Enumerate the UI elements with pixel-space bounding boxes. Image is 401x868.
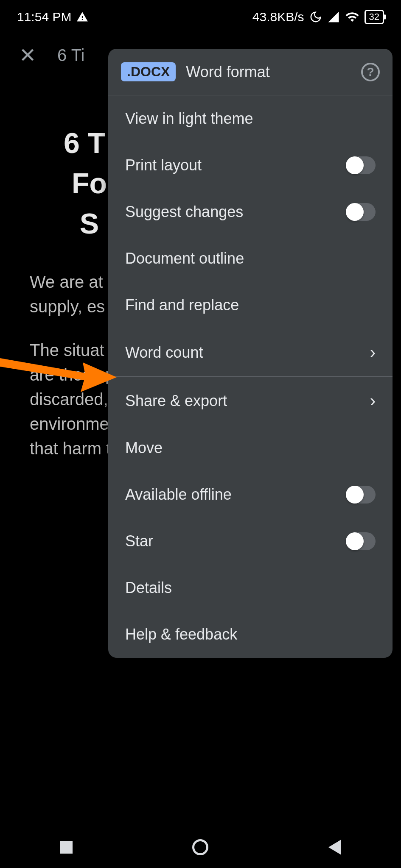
- wifi-icon: [345, 10, 359, 24]
- menu-item-star[interactable]: Star: [108, 518, 393, 565]
- menu-item-move[interactable]: Move: [108, 425, 393, 471]
- nav-back-icon[interactable]: [328, 840, 341, 855]
- offline-toggle[interactable]: [346, 486, 376, 504]
- close-icon[interactable]: ✕: [19, 43, 36, 67]
- menu-item-available-offline[interactable]: Available offline: [108, 471, 393, 518]
- menu-item-view-light[interactable]: View in light theme: [108, 95, 393, 142]
- menu-label: Move: [125, 439, 163, 457]
- clock: 11:54 PM: [17, 10, 71, 24]
- menu-item-suggest-changes[interactable]: Suggest changes: [108, 189, 393, 235]
- nav-recents-icon[interactable]: [60, 841, 73, 854]
- menu-item-word-count[interactable]: Word count ›: [108, 328, 393, 376]
- nav-home-icon[interactable]: [192, 839, 208, 855]
- battery-icon: 32: [365, 10, 384, 24]
- menu-label: Suggest changes: [125, 203, 243, 221]
- menu-label: Print layout: [125, 156, 202, 174]
- nav-bar: [0, 839, 401, 855]
- menu-item-details[interactable]: Details: [108, 565, 393, 611]
- overflow-menu: .DOCX Word format ? View in light theme …: [108, 49, 393, 658]
- menu-label: Star: [125, 532, 153, 550]
- signal-icon: [327, 11, 340, 23]
- menu-label: View in light theme: [125, 110, 253, 128]
- document-title: 6 Ti: [57, 46, 84, 65]
- menu-item-print-layout[interactable]: Print layout: [108, 142, 393, 189]
- suggest-changes-toggle[interactable]: [346, 203, 376, 221]
- star-toggle[interactable]: [346, 532, 376, 550]
- status-left: 11:54 PM: [17, 10, 88, 24]
- menu-item-document-outline[interactable]: Document outline: [108, 235, 393, 282]
- chevron-right-icon: ›: [370, 343, 376, 362]
- docx-badge: .DOCX: [121, 62, 176, 81]
- moon-icon: [309, 11, 322, 23]
- menu-label: Share & export: [125, 392, 227, 410]
- menu-label: Find and replace: [125, 296, 239, 314]
- menu-item-find-replace[interactable]: Find and replace: [108, 282, 393, 328]
- print-layout-toggle[interactable]: [346, 156, 376, 174]
- format-label: Word format: [186, 63, 351, 81]
- menu-label: Help & feedback: [125, 626, 237, 643]
- menu-item-help-feedback[interactable]: Help & feedback: [108, 611, 393, 658]
- warning-icon: [76, 11, 88, 23]
- menu-label: Word count: [125, 344, 203, 362]
- chevron-right-icon: ›: [370, 391, 376, 410]
- status-right: 43.8KB/s 32: [252, 10, 384, 24]
- menu-header[interactable]: .DOCX Word format ?: [108, 49, 393, 95]
- help-icon[interactable]: ?: [361, 63, 380, 81]
- menu-label: Document outline: [125, 250, 244, 267]
- menu-label: Available offline: [125, 486, 232, 504]
- annotation-arrow-icon: [0, 345, 119, 396]
- menu-label: Details: [125, 579, 172, 597]
- network-speed: 43.8KB/s: [252, 10, 304, 24]
- status-bar: 11:54 PM 43.8KB/s 32: [0, 0, 401, 34]
- menu-item-share-export[interactable]: Share & export ›: [108, 377, 393, 425]
